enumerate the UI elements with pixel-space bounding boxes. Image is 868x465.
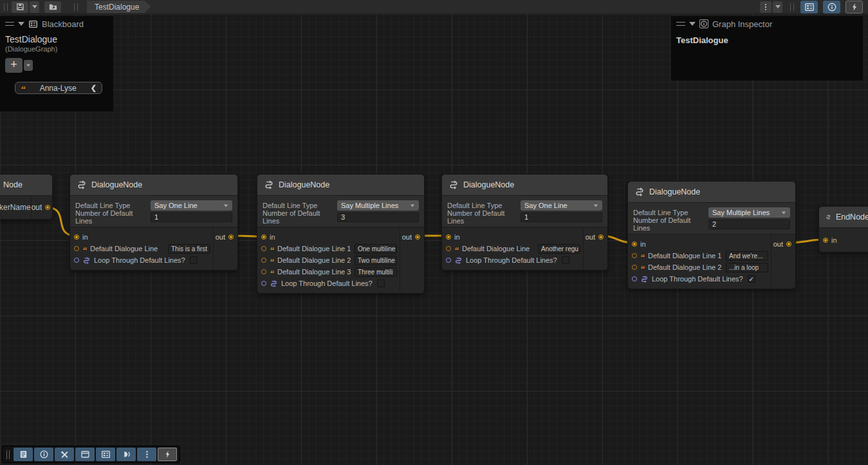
- chevron-down-icon: [411, 204, 414, 207]
- audio-button[interactable]: [116, 448, 136, 461]
- toolbar-drag-handle[interactable]: [4, 3, 8, 11]
- port-label: Default Dialogue Line: [462, 245, 530, 252]
- loop-port[interactable]: [74, 258, 79, 263]
- line-type-dropdown[interactable]: Say Multiple Lines: [708, 207, 790, 218]
- blackboard-button[interactable]: [96, 448, 115, 461]
- overflow-menu-dropdown[interactable]: [773, 1, 782, 13]
- line-count-input[interactable]: 2: [708, 220, 790, 229]
- toolbar-drag-handle-2[interactable]: [74, 3, 78, 11]
- add-property-button[interactable]: +: [5, 58, 23, 73]
- toggle-inspector-button[interactable]: [823, 1, 840, 14]
- quote-icon: “: [82, 248, 87, 253]
- spark-button[interactable]: [158, 448, 177, 461]
- out-port[interactable]: [786, 242, 791, 247]
- more-button[interactable]: [137, 448, 156, 461]
- quote-icon: “: [640, 267, 645, 272]
- line-port[interactable]: [632, 265, 637, 270]
- line-port[interactable]: [446, 246, 451, 251]
- node-endnode[interactable]: EndNode in: [818, 206, 868, 252]
- collapse-triangle-icon[interactable]: [18, 22, 24, 26]
- loop-port[interactable]: [632, 276, 637, 281]
- field-value: This is a first: [171, 245, 207, 252]
- drag-handle-icon[interactable]: [5, 22, 14, 26]
- prop-label: Default Line Type: [263, 202, 337, 209]
- notes-button[interactable]: [14, 448, 33, 461]
- open-asset-button[interactable]: [44, 1, 61, 13]
- loop-checkbox[interactable]: [377, 280, 385, 287]
- graph-tab[interactable]: TestDialogue: [87, 1, 151, 14]
- window-button[interactable]: [75, 448, 95, 461]
- node-speaker[interactable]: Node kerName out: [0, 174, 53, 220]
- dropdown-value: Say Multiple Lines: [712, 209, 770, 216]
- line-count-input[interactable]: 1: [151, 213, 232, 222]
- dialogue-line-field[interactable]: This is a first: [168, 244, 210, 254]
- overflow-menu-button[interactable]: [760, 1, 771, 13]
- field-value: Another regu: [541, 245, 578, 252]
- port-label: Loop Through Default Lines?: [652, 275, 743, 283]
- toggle-blackboard-button[interactable]: [800, 1, 818, 14]
- line-port[interactable]: [261, 246, 266, 251]
- dialogue-line-field[interactable]: Another regu: [538, 244, 580, 254]
- dialogue-line-field[interactable]: Three multili: [355, 267, 397, 277]
- inspector-header[interactable]: Graph Inspector: [671, 16, 863, 32]
- field-value: And we're...: [729, 252, 763, 260]
- node-dialoguenode-4[interactable]: DialogueNode Default Line Type Say Multi…: [627, 181, 796, 289]
- save-options-dropdown[interactable]: [30, 1, 39, 13]
- toggle-preview-button[interactable]: [845, 1, 863, 14]
- line-type-dropdown[interactable]: Say One Line: [151, 200, 232, 211]
- drag-handle-icon[interactable]: [676, 22, 685, 26]
- line-port[interactable]: [261, 258, 266, 263]
- in-port[interactable]: [446, 234, 451, 240]
- graph-tab-label: TestDialogue: [95, 3, 139, 12]
- node-dialoguenode-1[interactable]: DialogueNode Default Line Type Say One L…: [69, 174, 238, 270]
- node-dialoguenode-2[interactable]: DialogueNode Default Line Type Say Multi…: [257, 174, 425, 294]
- in-port[interactable]: [823, 238, 828, 243]
- out-port[interactable]: [598, 234, 604, 240]
- collapse-triangle-icon[interactable]: [689, 22, 696, 26]
- out-port[interactable]: [228, 234, 234, 240]
- quote-icon: “: [270, 248, 274, 253]
- prop-label: Number of Default Lines: [75, 209, 151, 225]
- loop-checkbox[interactable]: [190, 256, 198, 264]
- out-port[interactable]: [45, 205, 50, 210]
- toolbar-drag-handle-3[interactable]: [790, 3, 794, 11]
- loop-checkbox[interactable]: [562, 256, 569, 264]
- dialogue-line-field[interactable]: Two multiline: [355, 256, 397, 265]
- node-dialoguenode-3[interactable]: DialogueNode Default Line Type Say One L…: [441, 174, 608, 270]
- line-count-input[interactable]: 1: [521, 213, 602, 222]
- dialogue-line-field[interactable]: ...in a loop: [726, 263, 768, 272]
- loop-checkbox[interactable]: ✓: [748, 275, 755, 283]
- blackboard-header[interactable]: Blackboard: [0, 16, 113, 32]
- save-button[interactable]: [12, 1, 28, 13]
- line-type-dropdown[interactable]: Say One Line: [521, 200, 602, 211]
- line-count-input[interactable]: 3: [337, 213, 419, 222]
- info-icon: [827, 2, 837, 12]
- in-port[interactable]: [261, 234, 266, 240]
- in-port[interactable]: [632, 242, 637, 247]
- collapse-left-icon[interactable]: ❮: [91, 84, 97, 92]
- line-type-dropdown[interactable]: Say Multiple Lines: [337, 200, 419, 211]
- line-port[interactable]: [74, 246, 79, 251]
- graph-canvas[interactable]: Node kerName out DialogueNode Default Li…: [0, 14, 868, 465]
- toolbar-drag-handle[interactable]: [6, 450, 10, 459]
- loop-port[interactable]: [261, 281, 266, 286]
- dialogue-line-field[interactable]: One multiline: [355, 244, 397, 254]
- out-port[interactable]: [415, 234, 420, 240]
- chevron-down-icon: [26, 64, 30, 67]
- blackboard-field-anna-lyse[interactable]: “ Anna-Lyse ❮: [15, 82, 102, 94]
- info-icon: [699, 19, 708, 28]
- port-label: Default Dialogue Line: [90, 245, 158, 252]
- node-title: DialogueNode: [649, 187, 700, 196]
- line-port[interactable]: [632, 253, 637, 258]
- loop-port[interactable]: [446, 258, 451, 263]
- chevron-down-icon: [782, 211, 786, 214]
- line-port[interactable]: [261, 269, 266, 274]
- chevron-down-icon: [32, 5, 37, 8]
- loop-icon: [82, 256, 91, 265]
- info-button[interactable]: [34, 448, 53, 461]
- tools-button[interactable]: [55, 448, 74, 461]
- add-property-dropdown[interactable]: [24, 60, 33, 71]
- in-port[interactable]: [74, 234, 79, 240]
- dialogue-line-field[interactable]: And we're...: [726, 251, 768, 261]
- chevron-down-icon: [594, 204, 598, 207]
